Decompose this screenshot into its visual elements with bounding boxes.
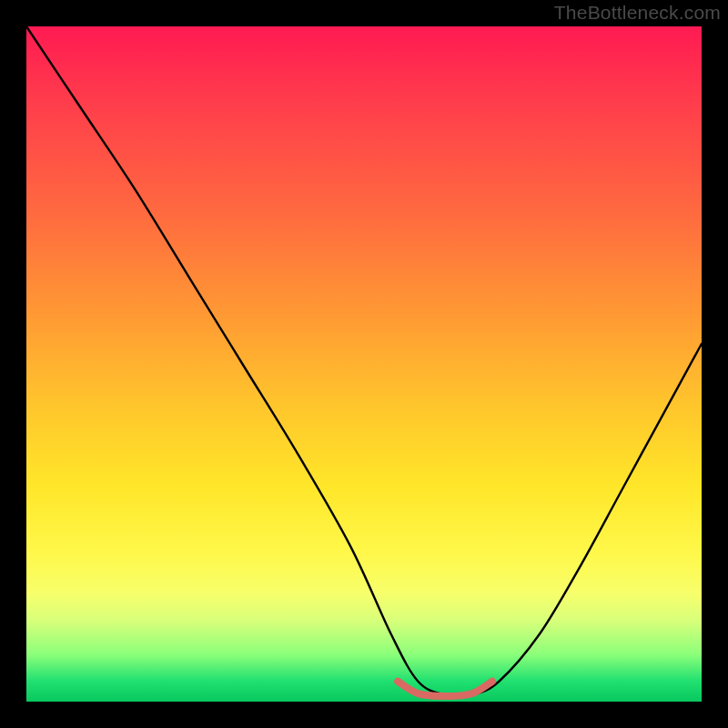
accent-flat-segment: [398, 682, 492, 696]
curve-layer: [26, 26, 702, 702]
plot-area: [26, 26, 702, 702]
bottleneck-curve: [26, 26, 702, 696]
attribution-text: TheBottleneck.com: [554, 2, 721, 24]
chart-frame: TheBottleneck.com: [0, 0, 728, 728]
